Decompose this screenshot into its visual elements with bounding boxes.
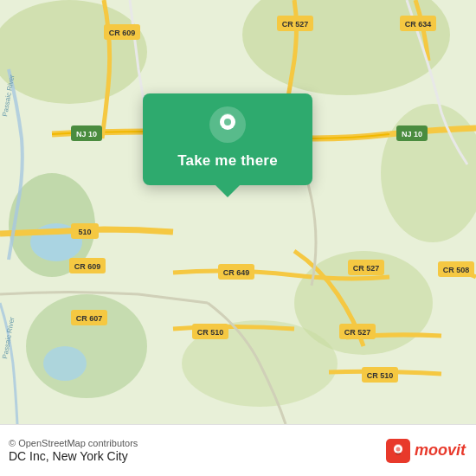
tooltip-label: Take me there [177, 152, 278, 170]
location-tooltip[interactable]: Take me there [143, 93, 312, 185]
svg-text:CR 527: CR 527 [282, 20, 309, 29]
map-background: CR 609 NJ 10 NJ 10 CR 527 CR 634 510 CR … [0, 0, 476, 424]
svg-text:NJ 10: NJ 10 [76, 130, 97, 138]
svg-point-9 [43, 346, 87, 381]
svg-text:CR 510: CR 510 [367, 371, 394, 380]
location-name: DC Inc, New York City [9, 449, 138, 463]
bottom-bar: © OpenStreetMap contributors DC Inc, New… [0, 424, 476, 476]
map-container: CR 609 NJ 10 NJ 10 CR 527 CR 634 510 CR … [0, 0, 476, 424]
svg-text:NJ 10: NJ 10 [402, 130, 422, 138]
moovit-logo[interactable]: moovit [386, 439, 466, 463]
svg-text:CR 527: CR 527 [344, 328, 371, 337]
svg-text:CR 634: CR 634 [405, 20, 432, 29]
moovit-text: moovit [415, 441, 466, 460]
svg-text:CR 527: CR 527 [353, 264, 380, 273]
svg-text:510: 510 [78, 228, 91, 236]
moovit-icon [386, 439, 410, 463]
bottom-left-info: © OpenStreetMap contributors DC Inc, New… [9, 438, 138, 463]
svg-text:CR 609: CR 609 [74, 262, 101, 271]
pin-icon [209, 106, 247, 144]
svg-text:CR 510: CR 510 [197, 328, 224, 337]
svg-text:CR 649: CR 649 [223, 268, 250, 277]
svg-text:CR 607: CR 607 [76, 314, 103, 323]
svg-text:CR 508: CR 508 [443, 266, 470, 274]
svg-text:CR 609: CR 609 [109, 29, 136, 37]
copyright-text: © OpenStreetMap contributors [9, 438, 138, 448]
svg-point-46 [396, 452, 401, 454]
